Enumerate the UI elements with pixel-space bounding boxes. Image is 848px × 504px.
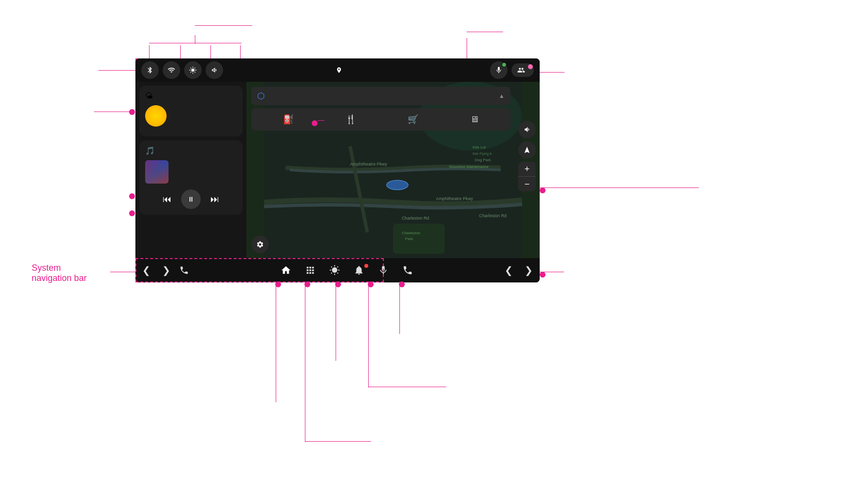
svg-text:Charleston Rd: Charleston Rd bbox=[479, 213, 507, 218]
nav-app-line bbox=[540, 187, 699, 188]
music-content bbox=[145, 160, 237, 184]
qc-line4 bbox=[240, 45, 241, 60]
digital-asst-dot2 bbox=[399, 333, 400, 334]
mic-indicator-button[interactable] bbox=[490, 61, 508, 79]
weather-card-header: 🌤 bbox=[145, 92, 237, 100]
mic-horiz-line bbox=[467, 32, 503, 32]
fuel-poi-button[interactable]: ⛽ bbox=[279, 112, 298, 127]
next-track-button[interactable]: ⏭ bbox=[210, 194, 219, 205]
digital-asst-vert-line bbox=[399, 281, 400, 334]
status-bar-center bbox=[333, 67, 342, 74]
music-app-icon: 🎵 bbox=[145, 146, 155, 155]
qc-line-up bbox=[195, 35, 195, 44]
search-bar[interactable]: ⬡ ▲ bbox=[251, 87, 510, 105]
svg-text:Charleston: Charleston bbox=[402, 231, 420, 235]
search-dot-line bbox=[318, 120, 324, 121]
qc-line-horiz bbox=[195, 25, 252, 26]
weather-content bbox=[145, 105, 237, 127]
pause-button[interactable]: ⏸ bbox=[181, 189, 201, 209]
home-cards-dot2 bbox=[129, 193, 135, 199]
notifications-button[interactable] bbox=[351, 265, 367, 276]
screen-poi-button[interactable]: 🖥 bbox=[466, 112, 483, 127]
climate-left-prev-button[interactable]: ❮ bbox=[139, 264, 153, 276]
hvac-vert-line bbox=[336, 281, 336, 361]
prev-track-button[interactable]: ⏮ bbox=[163, 194, 171, 205]
svg-text:Amphitheatre Pkwy: Amphitheatre Pkwy bbox=[436, 196, 473, 201]
climate-left-next-button[interactable]: ❯ bbox=[159, 264, 173, 276]
home-cards-dot bbox=[129, 109, 135, 115]
weather-icon: 🌤 bbox=[145, 92, 153, 100]
signal-button[interactable] bbox=[163, 61, 180, 79]
status-bar-line bbox=[98, 70, 135, 71]
phone-end-button[interactable] bbox=[399, 265, 416, 276]
restaurant-poi-button[interactable]: 🍴 bbox=[341, 112, 360, 127]
svg-text:Kite Lot: Kite Lot bbox=[472, 145, 486, 149]
qc-line1 bbox=[149, 45, 150, 60]
bluetooth-button[interactable] bbox=[141, 61, 159, 79]
notif-horiz-line bbox=[368, 387, 446, 387]
svg-rect-2 bbox=[393, 224, 445, 254]
nav-center bbox=[278, 265, 416, 276]
climate-right-prev-button[interactable]: ❮ bbox=[502, 264, 516, 276]
climate-line bbox=[540, 272, 564, 272]
search-chevron-icon: ▲ bbox=[499, 93, 505, 99]
mic-vert-line2 bbox=[467, 38, 467, 44]
svg-text:Shoreline Maintenance: Shoreline Maintenance bbox=[449, 165, 489, 169]
zoom-out-button[interactable]: − bbox=[518, 177, 536, 191]
poi-bar: ⛽ 🍴 🛒 🖥 bbox=[251, 108, 510, 131]
system-navigation-bar-label: Systemnavigation bar bbox=[32, 263, 87, 283]
climate-left: ❮ ❯ bbox=[139, 264, 192, 276]
sun-icon bbox=[145, 105, 167, 127]
brightness-button[interactable] bbox=[184, 61, 202, 79]
left-panel: 🌤 🎵 bbox=[135, 82, 246, 258]
map-zoom-group: + − bbox=[518, 162, 536, 191]
volume-button[interactable] bbox=[206, 61, 223, 79]
hvac-dot2 bbox=[336, 360, 336, 360]
hvac-button[interactable] bbox=[326, 265, 343, 276]
audio-map-button[interactable] bbox=[518, 121, 536, 138]
search-dot bbox=[312, 120, 318, 126]
bottom-navigation-bar: ❮ ❯ bbox=[135, 258, 540, 282]
svg-text:Charleston Rd: Charleston Rd bbox=[402, 216, 429, 221]
home-button[interactable] bbox=[278, 265, 294, 276]
car-screen: 🌤 🎵 bbox=[135, 58, 540, 282]
aural-track-dot bbox=[129, 210, 135, 216]
qc-line-top bbox=[149, 43, 242, 43]
phone-button[interactable] bbox=[176, 265, 192, 275]
status-bar bbox=[135, 58, 540, 82]
map-right-controls: + − bbox=[518, 121, 536, 191]
qc-line2 bbox=[180, 45, 181, 60]
shopping-poi-button[interactable]: 🛒 bbox=[404, 112, 422, 127]
climate-right-next-button[interactable]: ❯ bbox=[522, 264, 536, 276]
album-art bbox=[145, 160, 169, 184]
profile-dot bbox=[528, 64, 533, 69]
weather-card[interactable]: 🌤 bbox=[139, 86, 243, 136]
notification-dot bbox=[364, 264, 368, 268]
home-vert-line bbox=[276, 281, 276, 402]
app-launcher-vert-line bbox=[305, 281, 305, 442]
home-cards-line bbox=[94, 112, 129, 112]
navigation-app[interactable]: Amphitheatre Pkwy Amphitheatre Pkwy Char… bbox=[246, 82, 540, 258]
music-controls: ⏮ ⏸ ⏭ bbox=[145, 189, 237, 209]
digital-assistant-button[interactable] bbox=[375, 265, 392, 276]
svg-text:Kite Flying A: Kite Flying A bbox=[472, 152, 491, 156]
climate-right: ❮ ❯ bbox=[502, 264, 536, 276]
app-launcher-button[interactable] bbox=[302, 265, 319, 276]
map-settings-button[interactable] bbox=[251, 236, 269, 253]
maps-logo: ⬡ bbox=[257, 91, 265, 101]
notif-vert-line bbox=[368, 281, 369, 388]
sys-nav-line bbox=[110, 272, 135, 272]
status-bar-right bbox=[490, 61, 534, 79]
svg-text:Dog Park: Dog Park bbox=[475, 158, 491, 162]
status-bar-left bbox=[141, 61, 223, 79]
svg-text:Amphitheatre Pkwy: Amphitheatre Pkwy bbox=[350, 162, 388, 167]
music-card: 🎵 ⏮ ⏸ ⏭ bbox=[139, 140, 243, 215]
nav-app-dot bbox=[540, 187, 546, 193]
music-card-header: 🎵 bbox=[145, 146, 237, 155]
climate-dot bbox=[540, 272, 546, 278]
qc-line3 bbox=[210, 45, 211, 60]
zoom-in-button[interactable]: + bbox=[518, 162, 536, 176]
search-overlay: ⬡ ▲ ⛽ 🍴 🛒 🖥 bbox=[251, 87, 510, 131]
navigation-map-button[interactable] bbox=[518, 141, 536, 159]
profile-selector-button[interactable] bbox=[511, 63, 534, 77]
